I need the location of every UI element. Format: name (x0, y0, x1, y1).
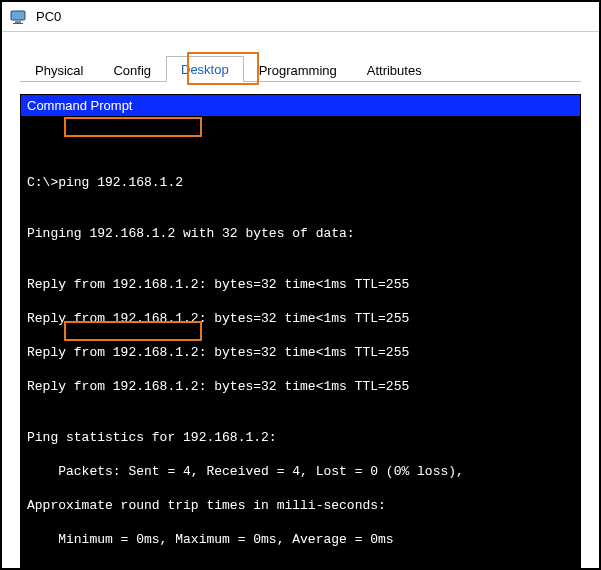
terminal[interactable]: C:\>ping 192.168.1.2 Pinging 192.168.1.2… (20, 116, 581, 570)
terminal-line: Pinging 192.168.1.2 with 32 bytes of dat… (27, 225, 574, 242)
tab-config[interactable]: Config (98, 57, 166, 82)
terminal-line: Reply from 192.168.1.2: bytes=32 time<1m… (27, 378, 574, 395)
highlight-ping-1 (64, 117, 202, 137)
terminal-line: Packets: Sent = 4, Received = 4, Lost = … (27, 463, 574, 480)
content-area: Command Prompt C:\>ping 192.168.1.2 Ping… (2, 82, 599, 570)
terminal-line: Ping statistics for 192.168.1.2: (27, 429, 574, 446)
svg-rect-1 (15, 21, 21, 23)
svg-rect-2 (13, 23, 23, 24)
tab-attributes[interactable]: Attributes (352, 57, 437, 82)
terminal-line: Minimum = 0ms, Maximum = 0ms, Average = … (27, 531, 574, 548)
window-titlebar: PC0 (2, 2, 599, 32)
window-title: PC0 (36, 9, 61, 24)
tab-programming[interactable]: Programming (244, 57, 352, 82)
svg-rect-0 (11, 11, 25, 20)
tab-bar: Physical Config Desktop Programming Attr… (2, 32, 599, 82)
tab-desktop[interactable]: Desktop (166, 56, 244, 82)
terminal-line: Approximate round trip times in milli-se… (27, 497, 574, 514)
command-prompt-titlebar: Command Prompt (20, 94, 581, 116)
terminal-line: Reply from 192.168.1.2: bytes=32 time<1m… (27, 344, 574, 361)
pc-icon (10, 10, 28, 24)
terminal-line: Reply from 192.168.1.2: bytes=32 time<1m… (27, 310, 574, 327)
terminal-line: C:\>ping 192.168.1.2 (27, 174, 574, 191)
terminal-line: Reply from 192.168.1.2: bytes=32 time<1m… (27, 276, 574, 293)
tab-physical[interactable]: Physical (20, 57, 98, 82)
